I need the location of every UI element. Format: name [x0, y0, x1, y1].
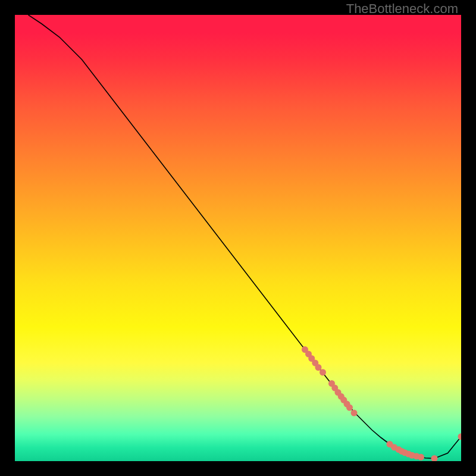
chart-svg — [15, 15, 461, 461]
data-point — [351, 410, 358, 416]
bottleneck-curve — [29, 15, 462, 459]
data-point — [458, 433, 462, 440]
data-point — [431, 455, 438, 461]
data-point — [320, 369, 326, 375]
watermark-text: TheBottleneck.com — [346, 1, 458, 17]
data-point — [346, 405, 353, 411]
data-point — [418, 454, 424, 461]
data-markers — [302, 346, 461, 461]
plot-area — [15, 15, 461, 461]
data-point — [315, 364, 322, 371]
